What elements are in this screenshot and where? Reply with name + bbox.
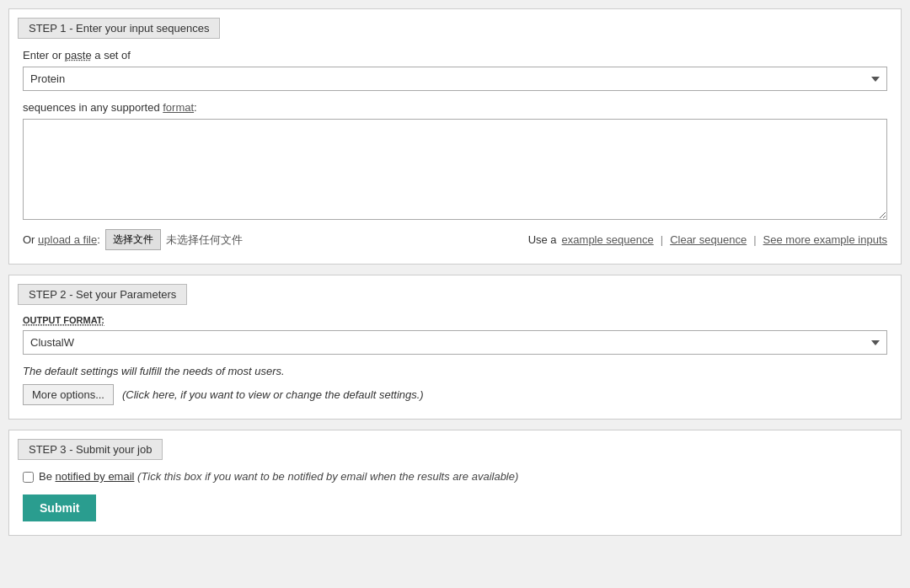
step2-content: OUTPUT FORMAT: ClustalW Clustal Omega FA… — [9, 315, 901, 405]
upload-prefix: Or upload a file: — [23, 233, 100, 246]
step3-header: STEP 3 - Submit your job — [18, 439, 163, 460]
clear-sequence-link[interactable]: Clear sequence — [670, 233, 747, 246]
sequence-type-select[interactable]: Protein DNA RNA — [23, 67, 887, 91]
enter-label: Enter or paste a set of — [23, 49, 887, 61]
file-upload-right: Use a example sequence | Clear sequence … — [528, 233, 887, 246]
use-a-text: Use a — [528, 233, 557, 246]
more-options-button[interactable]: More options... — [23, 384, 114, 405]
output-format-select[interactable]: ClustalW Clustal Omega FASTA NEXUS PHYLI… — [23, 330, 887, 355]
step1-section: STEP 1 - Enter your input sequences Ente… — [8, 8, 902, 265]
step2-header: STEP 2 - Set your Parameters — [18, 284, 187, 305]
submit-button[interactable]: Submit — [23, 494, 96, 521]
file-upload-left: Or upload a file: 选择文件 未选择任何文件 — [23, 229, 243, 250]
notified-by-email-link[interactable]: notified by email — [56, 470, 135, 483]
pipe-sep-2: | — [753, 233, 756, 246]
example-sequence-link[interactable]: example sequence — [562, 233, 654, 246]
output-format-label: OUTPUT FORMAT: — [23, 315, 887, 325]
upload-link[interactable]: upload a file — [38, 233, 97, 246]
sequence-textarea[interactable] — [23, 119, 887, 220]
notify-checkbox[interactable] — [23, 472, 34, 483]
more-options-row: More options... (Click here, if you want… — [23, 384, 887, 405]
format-link[interactable]: format — [163, 101, 194, 114]
file-upload-row: Or upload a file: 选择文件 未选择任何文件 Use a exa… — [23, 229, 887, 250]
step2-section: STEP 2 - Set your Parameters OUTPUT FORM… — [8, 275, 902, 420]
choose-file-button[interactable]: 选择文件 — [105, 229, 161, 250]
notify-row: Be notified by email (Tick this box if y… — [9, 470, 901, 483]
page-container: STEP 1 - Enter your input sequences Ente… — [8, 8, 902, 536]
notify-hint: (Tick this box if you want to be notifie… — [137, 470, 518, 483]
step3-section: STEP 3 - Submit your job Be notified by … — [8, 430, 902, 536]
more-options-hint: (Click here, if you want to view or chan… — [122, 388, 424, 401]
step1-header: STEP 1 - Enter your input sequences — [18, 18, 220, 39]
paste-word: paste — [65, 49, 92, 61]
no-file-label: 未选择任何文件 — [166, 233, 243, 248]
see-more-link[interactable]: See more example inputs — [763, 233, 887, 246]
step1-content: Enter or paste a set of Protein DNA RNA … — [9, 49, 901, 250]
output-format-label-text: OUTPUT FORMAT: — [23, 315, 104, 326]
pipe-sep-1: | — [661, 233, 663, 246]
sequences-label: sequences in any supported format: — [23, 101, 887, 114]
default-settings-text: The default settings will fulfill the ne… — [23, 365, 887, 377]
notify-text: Be notified by email (Tick this box if y… — [39, 470, 518, 483]
